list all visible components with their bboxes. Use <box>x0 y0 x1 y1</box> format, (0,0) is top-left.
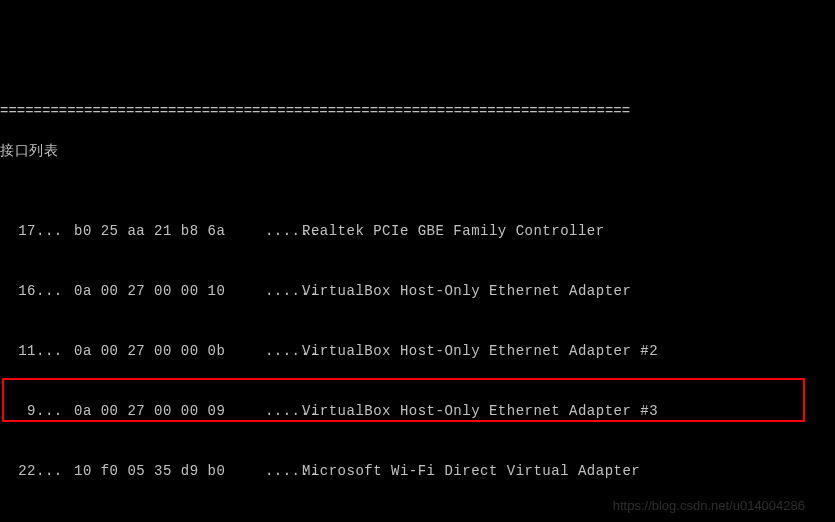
interface-row: 17...b0 25 aa 21 b8 6a ......Realtek PCI… <box>0 221 835 241</box>
separator: ========================================… <box>0 101 835 121</box>
interface-row: 9...0a 00 27 00 00 09 ......VirtualBox H… <box>0 401 835 421</box>
interface-list: 17...b0 25 aa 21 b8 6a ......Realtek PCI… <box>0 181 835 522</box>
interface-row: 16...0a 00 27 00 00 10 ......VirtualBox … <box>0 281 835 301</box>
interface-list-title: 接口列表 <box>0 141 835 161</box>
terminal-output: ========================================… <box>0 80 835 522</box>
interface-row: 22...10 f0 05 35 d9 b0 ......Microsoft W… <box>0 461 835 481</box>
watermark: https://blog.csdn.net/u014004286 <box>613 496 805 516</box>
interface-row: 11...0a 00 27 00 00 0b ......VirtualBox … <box>0 341 835 361</box>
